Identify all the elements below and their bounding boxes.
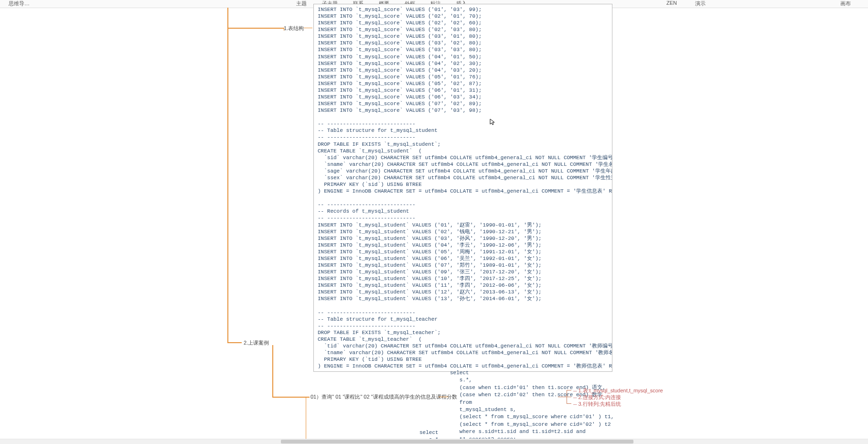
mindmap-page: 思维导… 主题 子主题 联系 概要 外框 标注 插入 ZEN 演示 画布 1.表… — [0, 0, 868, 444]
mouse-cursor-icon — [490, 119, 496, 125]
branch-notes1-t2 — [567, 397, 571, 397]
horizontal-scrollbar[interactable] — [0, 439, 868, 444]
mindmap-canvas[interactable]: 1.表结构 INSERT INTO `t_mysql_score` VALUES… — [0, 8, 868, 439]
branch-2 — [227, 342, 242, 343]
sql-script-box[interactable]: INSERT INTO `t_mysql_score` VALUES ('01'… — [313, 4, 612, 372]
menubar-right: ZEN 演示 — [666, 0, 706, 7]
branch-notes1 — [558, 397, 567, 397]
node-1[interactable]: 1.表结构 — [284, 25, 304, 32]
branch-notes1-t3 — [567, 403, 571, 404]
branch-notes1-t1 — [567, 390, 571, 390]
scrollbar-thumb[interactable] — [281, 440, 633, 444]
node-2[interactable]: 2.上课案例 — [244, 339, 269, 347]
branch-1-to-box — [304, 28, 312, 28]
trunk-line — [227, 8, 228, 342]
app-title: 思维导… — [9, 0, 30, 7]
menu-topic[interactable]: 主题 — [296, 0, 307, 7]
branch-1 — [227, 28, 284, 29]
menu-present[interactable]: 演示 — [695, 0, 706, 7]
menu-zen[interactable]: ZEN — [666, 0, 677, 7]
node-q1[interactable]: 01）查询" 01 "课程比" 02 "课程成绩高的学生的信息及课程分数 — [311, 393, 457, 401]
branch-q1 — [272, 397, 310, 398]
branch-q1-code — [439, 397, 448, 397]
branch-2-down — [272, 345, 273, 397]
menu-canvas[interactable]: 画布 — [840, 0, 851, 7]
note-a3[interactable]: -- 3.行转列;先精后统 — [573, 400, 621, 408]
branch-q1-bracket — [306, 397, 306, 440]
